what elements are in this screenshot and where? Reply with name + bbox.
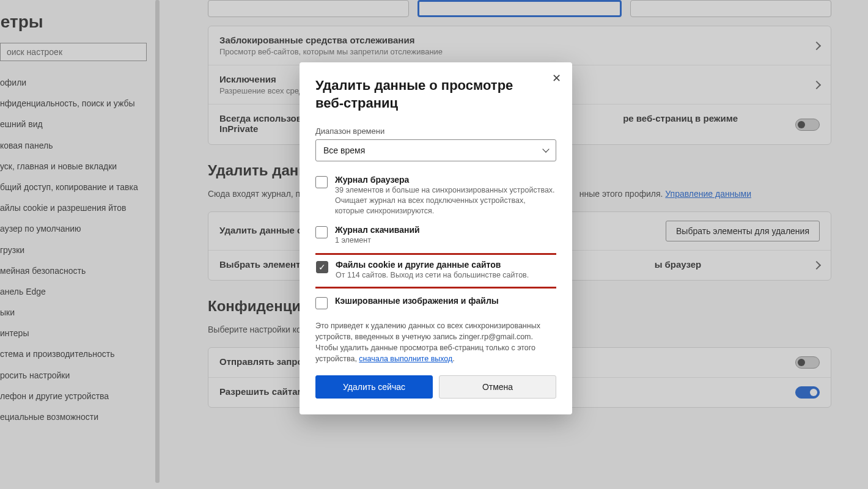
clear-browsing-data-dialog: ✕ Удалить данные о просмотре веб-страниц… bbox=[300, 62, 572, 414]
data-type-title: Файлы cookie и другие данные сайтов bbox=[336, 260, 553, 270]
clear-now-button[interactable]: Удалить сейчас bbox=[315, 375, 433, 399]
sync-warning-note: Это приведет к удалению данных со всех с… bbox=[315, 320, 556, 365]
cancel-button[interactable]: Отмена bbox=[439, 375, 556, 399]
data-type-subtitle: 39 элементов и больше на синхронизирован… bbox=[335, 185, 556, 216]
data-type-title: Журнал браузера bbox=[335, 175, 556, 185]
close-icon[interactable]: ✕ bbox=[549, 71, 564, 86]
checkbox[interactable] bbox=[315, 176, 328, 188]
data-type-row-1[interactable]: Журнал скачиваний1 элемент bbox=[315, 221, 556, 251]
checkbox[interactable] bbox=[315, 226, 328, 238]
data-type-title: Кэшированные изображения и файлы bbox=[335, 296, 556, 306]
data-type-subtitle: От 114 сайтов. Выход из сети на большинс… bbox=[336, 270, 553, 281]
data-type-row-3[interactable]: Кэшированные изображения и файлы bbox=[315, 292, 556, 314]
dialog-title: Удалить данные о просмотре веб-страниц bbox=[315, 77, 556, 112]
time-range-value: Все время bbox=[323, 145, 365, 155]
data-types-list: Журнал браузера39 элементов и больше на … bbox=[315, 171, 556, 314]
data-type-subtitle: 1 элемент bbox=[335, 235, 556, 246]
chevron-down-icon bbox=[542, 146, 549, 153]
data-type-title: Журнал скачиваний bbox=[335, 225, 556, 235]
data-type-row-0[interactable]: Журнал браузера39 элементов и больше на … bbox=[315, 171, 556, 221]
checkbox[interactable] bbox=[316, 261, 328, 273]
checkbox[interactable] bbox=[315, 297, 328, 309]
time-range-select[interactable]: Все время bbox=[315, 139, 556, 161]
data-type-row-2[interactable]: Файлы cookie и другие данные сайтовОт 11… bbox=[315, 253, 556, 289]
time-range-label: Диапазон времени bbox=[315, 127, 556, 136]
sign-out-first-link[interactable]: сначала выполните выход bbox=[359, 355, 452, 363]
